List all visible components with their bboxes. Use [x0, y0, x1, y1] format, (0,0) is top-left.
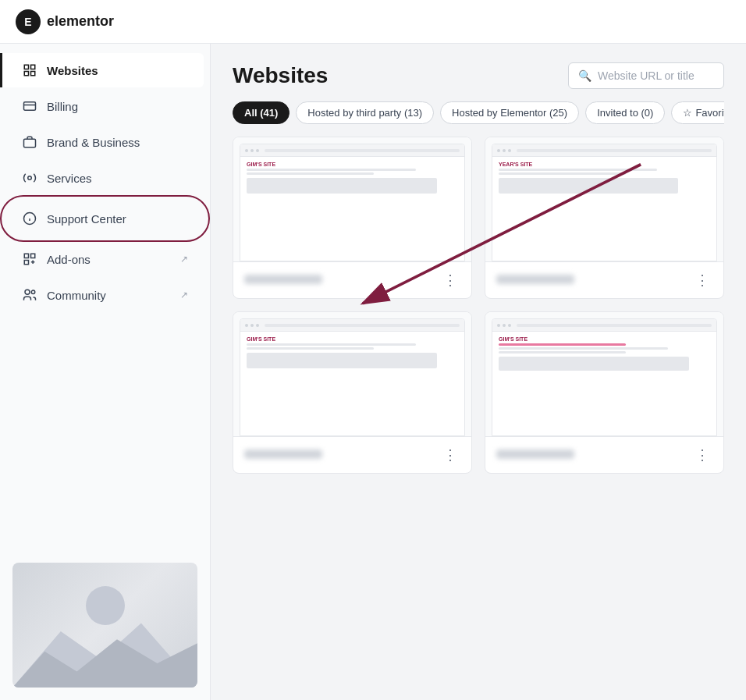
sidebar-item-label-billing: Billing	[47, 100, 78, 113]
site-menu-button-2[interactable]: ⋮	[692, 272, 712, 289]
sidebar-item-label-services: Services	[47, 172, 92, 185]
filter-tab-hosted-third-party[interactable]: Hosted by third party (13)	[296, 101, 434, 124]
svg-rect-2	[24, 72, 28, 76]
page-title: Websites	[233, 63, 328, 88]
content-title-row: Websites 🔍 Website URL or title	[233, 62, 724, 89]
site-card-2: YEAR'S SITE ⋮	[485, 137, 724, 299]
sites-grid: GIM'S SITE ⋮	[233, 137, 724, 474]
site-name-1	[244, 275, 322, 286]
filter-tab-favorites[interactable]: ☆ Favorites (	[671, 101, 724, 124]
svg-rect-6	[24, 139, 36, 147]
svg-rect-1	[31, 65, 35, 69]
external-link-icon-addons: ↗	[180, 254, 188, 265]
svg-rect-0	[24, 65, 28, 69]
site-menu-button-1[interactable]: ⋮	[440, 272, 460, 289]
sidebar-item-billing[interactable]: Billing	[6, 89, 204, 123]
main-layout: Websites Billing Brand & Business	[0, 44, 746, 700]
logo-text: elementor	[47, 13, 114, 30]
sidebar-promo-image	[12, 563, 197, 688]
sites-grid-area: GIM'S SITE ⋮	[211, 137, 746, 700]
logo-icon: E	[16, 9, 41, 34]
svg-point-14	[25, 290, 30, 294]
svg-rect-3	[31, 72, 35, 76]
sidebar-item-label-websites: Websites	[47, 64, 98, 77]
sidebar-nav: Websites Billing Brand & Business	[0, 52, 210, 550]
info-icon	[22, 211, 37, 226]
svg-rect-4	[24, 102, 36, 111]
filter-tabs: All (41) Hosted by third party (13) Host…	[233, 101, 724, 137]
site-card-footer-3: ⋮	[233, 437, 471, 473]
grid-icon	[22, 62, 37, 78]
search-icon: 🔍	[578, 69, 591, 82]
site-preview-3: GIM'S SITE	[233, 312, 471, 437]
site-card-footer-2: ⋮	[485, 262, 723, 298]
sidebar: Websites Billing Brand & Business	[0, 44, 211, 700]
site-preview-2: YEAR'S SITE	[485, 137, 723, 262]
svg-rect-13	[24, 261, 28, 265]
logo-area: E elementor	[16, 9, 114, 34]
site-name-2	[496, 275, 574, 286]
sidebar-bottom	[0, 550, 210, 700]
sidebar-item-websites[interactable]: Websites	[0, 53, 204, 87]
filter-tab-invited[interactable]: Invited to (0)	[585, 101, 665, 124]
svg-rect-12	[31, 254, 35, 258]
addons-icon	[22, 251, 37, 267]
sidebar-item-label-addons: Add-ons	[47, 253, 91, 266]
content-header: Websites 🔍 Website URL or title All (41)…	[211, 44, 746, 137]
community-icon	[22, 287, 37, 303]
site-card: GIM'S SITE ⋮	[233, 137, 472, 299]
sidebar-item-brand[interactable]: Brand & Business	[6, 125, 204, 159]
promo-mountain	[12, 607, 197, 688]
filter-tab-all[interactable]: All (41)	[233, 101, 290, 124]
content-area: Websites 🔍 Website URL or title All (41)…	[211, 44, 746, 700]
svg-point-15	[31, 290, 35, 294]
sidebar-item-services[interactable]: Services	[6, 161, 204, 195]
billing-icon	[22, 98, 37, 114]
briefcase-icon	[22, 134, 37, 150]
topbar: E elementor	[0, 0, 746, 44]
site-card-footer-1: ⋮	[233, 262, 471, 298]
external-link-icon-community: ↗	[180, 290, 188, 300]
sidebar-item-support-center[interactable]: Support Center	[6, 201, 204, 236]
site-name-4	[496, 449, 574, 461]
sidebar-item-addons[interactable]: Add-ons ↗	[6, 242, 204, 276]
site-menu-button-3[interactable]: ⋮	[440, 446, 460, 464]
svg-rect-11	[24, 254, 28, 258]
site-preview-1: GIM'S SITE	[233, 137, 471, 262]
sidebar-item-community[interactable]: Community ↗	[6, 278, 204, 312]
site-menu-button-4[interactable]: ⋮	[692, 446, 712, 464]
search-box[interactable]: 🔍 Website URL or title	[568, 62, 724, 89]
svg-marker-17	[12, 639, 197, 688]
filter-tab-hosted-elementor[interactable]: Hosted by Elementor (25)	[440, 101, 579, 124]
search-placeholder: Website URL or title	[598, 69, 694, 82]
sidebar-item-label-brand: Brand & Business	[47, 136, 140, 149]
sidebar-item-label-support: Support Center	[47, 212, 126, 226]
site-preview-4: GIM'S SITE	[485, 312, 723, 437]
site-card-footer-4: ⋮	[485, 437, 723, 473]
sidebar-item-label-community: Community	[47, 289, 106, 302]
site-name-3	[244, 449, 322, 461]
site-card-3: GIM'S SITE ⋮	[233, 311, 472, 474]
svg-point-7	[28, 176, 32, 180]
site-card-4: GIM'S SITE ⋮	[485, 311, 724, 474]
star-icon: ☆	[683, 107, 692, 119]
services-icon	[22, 170, 37, 186]
